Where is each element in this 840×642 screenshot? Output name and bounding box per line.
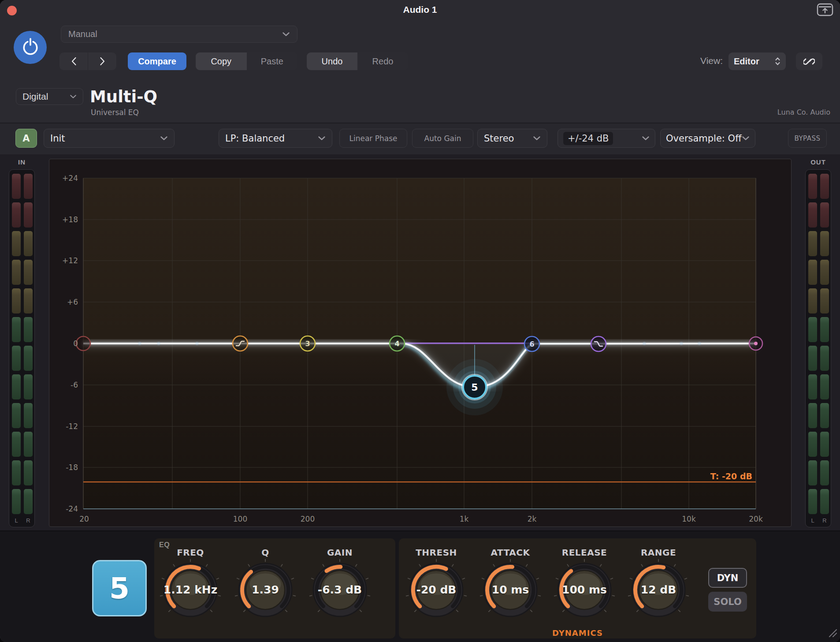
auto-gain-toggle[interactable]: Auto Gain <box>412 129 473 148</box>
undo-redo-group: Undo Redo <box>307 52 408 70</box>
freq-knob-label: FREQ <box>155 547 226 558</box>
thresh-knob[interactable]: -20 dB <box>403 557 469 623</box>
eq-band-1-handle[interactable] <box>76 336 90 351</box>
eq-band-4-handle[interactable]: 4 <box>390 336 405 351</box>
linear-phase-toggle[interactable]: Linear Phase <box>339 129 407 148</box>
view-selector[interactable]: Editor <box>728 52 786 70</box>
release-value: 100 ms <box>551 583 617 596</box>
release-knob[interactable]: 100 ms <box>551 557 617 623</box>
freq-label: 200 <box>301 515 315 523</box>
dyn-label: DYN <box>717 573 739 583</box>
popout-window-icon[interactable] <box>817 3 833 16</box>
undo-button[interactable]: Undo <box>307 52 357 70</box>
eq-band-2-handle[interactable] <box>233 336 248 351</box>
freq-label: 20 <box>79 515 89 523</box>
meter-segment <box>808 260 817 285</box>
paste-button[interactable]: Paste <box>247 52 298 70</box>
meter-segment <box>820 317 829 342</box>
meter-segment <box>12 460 21 485</box>
freq-value: 1.12 kHz <box>157 583 223 596</box>
meter-segment <box>12 231 21 256</box>
meter-segment <box>24 374 33 399</box>
meter-segment <box>820 231 829 256</box>
meter-segment <box>820 432 829 457</box>
meter-segment <box>820 460 829 485</box>
meter-segment <box>24 432 33 457</box>
plugin-title: Multi-Q <box>90 87 157 106</box>
range-knob[interactable]: 12 dB <box>625 557 691 623</box>
plugin-power-button[interactable] <box>14 31 47 64</box>
meter-segment <box>24 260 33 285</box>
meter-segment <box>24 231 33 256</box>
eq-graph[interactable]: 3 4 6 <box>49 159 792 527</box>
selected-band-number: 5 <box>109 571 130 605</box>
meter-segment <box>24 489 33 514</box>
meter-segment <box>12 260 21 285</box>
solo-toggle-button[interactable]: SOLO <box>708 592 747 612</box>
eq-band-7-handle[interactable] <box>591 336 606 351</box>
linear-phase-mode-dropdown[interactable]: LP: Balanced <box>219 129 332 148</box>
freq-label: 1k <box>460 515 469 523</box>
link-button[interactable] <box>796 52 822 70</box>
chevron-down-icon <box>282 32 290 37</box>
attack-value: 10 ms <box>477 583 543 596</box>
gain-knob[interactable]: -6.3 dB <box>307 557 373 623</box>
chevron-down-icon <box>642 136 650 141</box>
meter-segment <box>24 460 33 485</box>
meter-segment <box>808 403 817 428</box>
band6-number: 6 <box>529 340 534 348</box>
thresh-knob-label: THRESH <box>401 547 472 558</box>
meter-segment <box>12 288 21 314</box>
eq-section: EQ FREQ 1.12 kHz Q 1.39 GAIN -6.3 dB <box>154 538 395 638</box>
range-value: 12 dB <box>625 583 691 596</box>
meter-segment <box>12 346 21 371</box>
preset-dropdown[interactable]: Init <box>44 129 175 148</box>
output-meter-left-column <box>808 174 817 518</box>
channel-mode-value: Stereo <box>484 133 514 144</box>
meter-segment <box>24 202 33 228</box>
previous-preset-button[interactable] <box>59 52 88 70</box>
meter-segment <box>808 174 817 199</box>
meter-segment <box>820 174 829 199</box>
db-label: +18 <box>55 215 78 224</box>
chevron-down-icon <box>160 136 168 141</box>
gain-range-dropdown[interactable]: +/-24 dB <box>558 129 655 148</box>
power-icon <box>21 38 40 57</box>
compare-button[interactable]: Compare <box>128 52 186 70</box>
automation-mode-dropdown[interactable]: Manual <box>61 26 297 43</box>
eq-band-8-handle[interactable] <box>749 337 762 350</box>
eq-band-5-handle[interactable]: 5 <box>462 374 487 400</box>
thresh-value: -20 dB <box>403 583 469 596</box>
plugin-window: Audio 1 Manual <box>0 0 840 642</box>
meter-segment <box>808 288 817 314</box>
copy-paste-group: Copy Paste <box>196 52 297 70</box>
oversample-dropdown[interactable]: Oversample: Off <box>660 129 755 148</box>
window-title: Audio 1 <box>0 4 840 15</box>
db-label: -18 <box>55 463 78 472</box>
bypass-button[interactable]: BYPASS <box>788 129 827 148</box>
paste-label: Paste <box>261 56 283 67</box>
resize-gripper[interactable] <box>826 626 837 639</box>
q-knob[interactable]: 1.39 <box>232 557 298 623</box>
engine-dropdown[interactable]: Digital <box>16 88 83 105</box>
redo-button[interactable]: Redo <box>357 52 408 70</box>
eq-band-6-handle[interactable]: 6 <box>524 336 539 351</box>
dyn-toggle-button[interactable]: DYN <box>708 568 747 588</box>
copy-button[interactable]: Copy <box>196 52 247 70</box>
oversample-value: Oversample: Off <box>666 133 742 144</box>
eq-band-3-handle[interactable]: 3 <box>300 336 315 351</box>
preset-nav-group <box>59 52 116 70</box>
meter-segment <box>808 346 817 371</box>
channel-mode-dropdown[interactable]: Stereo <box>477 129 547 148</box>
input-meter-right-column <box>24 174 33 518</box>
selected-band-button[interactable]: 5 <box>92 560 147 616</box>
attack-knob[interactable]: 10 ms <box>477 557 543 623</box>
db-label: -24 <box>55 504 78 513</box>
db-label: +24 <box>55 174 78 183</box>
eq-curve <box>83 343 756 387</box>
ab-compare-button[interactable]: A <box>15 129 37 148</box>
meter-segment <box>808 460 817 485</box>
auto-gain-label: Auto Gain <box>424 134 461 143</box>
freq-knob[interactable]: 1.12 kHz <box>157 557 223 623</box>
next-preset-button[interactable] <box>88 52 116 70</box>
